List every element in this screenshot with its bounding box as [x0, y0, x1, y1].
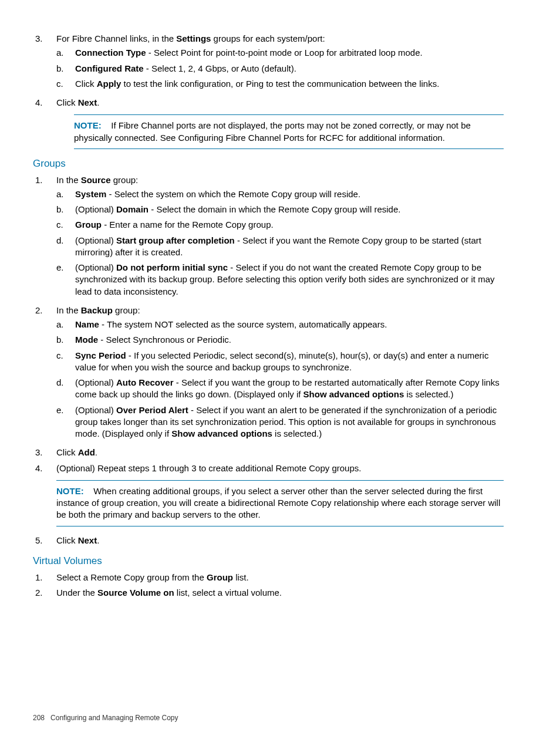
note-box: NOTE: When creating additional groups, i…: [56, 480, 504, 526]
text: .: [97, 535, 99, 545]
text: - If you selected Periodic, select secon…: [75, 350, 488, 372]
text: .: [97, 97, 99, 107]
heading-groups: Groups: [33, 157, 504, 171]
text: Under the: [56, 588, 97, 598]
text: - Select the system on which the Remote …: [106, 189, 360, 199]
text: In the: [56, 305, 81, 315]
text: - The system NOT selected as the source …: [99, 319, 387, 329]
bold: Over Period Alert: [116, 405, 188, 415]
list-marker: 2.: [33, 305, 56, 444]
note-label: NOTE:: [56, 486, 84, 496]
step-3: 3. For Fibre Channel links, in the Setti…: [33, 33, 504, 93]
bold: Next: [78, 97, 97, 107]
list-marker: b.: [56, 63, 75, 75]
sub-list: a.System - Select the system on which th…: [56, 188, 504, 298]
sub-a: a.System - Select the system on which th…: [56, 188, 504, 200]
list-marker: e.: [56, 404, 75, 440]
text: (Optional): [75, 405, 116, 415]
step-text: For Fibre Channel links, in the: [56, 33, 176, 43]
text: - Select Synchronous or Periodic.: [98, 335, 231, 345]
text: Click: [56, 535, 78, 545]
note-label: NOTE:: [74, 120, 102, 130]
top-steps: 3. For Fibre Channel links, in the Setti…: [33, 33, 504, 109]
bold: Start group after completion: [116, 235, 235, 245]
step-text: groups for each system/port:: [211, 33, 325, 43]
bold: Do not perform initial sync: [116, 262, 228, 272]
text: group:: [113, 305, 140, 315]
bold: Source: [81, 175, 111, 185]
text: - Select 1, 2, 4 Gbps, or Auto (default)…: [144, 63, 296, 73]
bold: Next: [78, 535, 97, 545]
text: .: [95, 447, 97, 457]
bold: Add: [78, 447, 95, 457]
vv-steps: 1. Select a Remote Copy group from the G…: [33, 572, 504, 599]
text: group:: [111, 175, 139, 185]
list-marker: 1.: [33, 174, 56, 301]
text: (Optional): [75, 377, 116, 387]
list-marker: a.: [56, 47, 75, 59]
sub-d: d.(Optional) Auto Recover - Select if yo…: [56, 377, 504, 401]
bold: Auto Recover: [116, 377, 174, 387]
list-marker: d.: [56, 377, 75, 401]
sub-e: e.(Optional) Do not perform initial sync…: [56, 262, 504, 298]
text: list.: [233, 572, 249, 582]
list-marker: a.: [56, 319, 75, 330]
bold: Domain: [116, 204, 149, 214]
bold: Group: [75, 220, 102, 229]
sub-a: a.Connection Type - Select Point for poi…: [56, 47, 439, 59]
step-5: 5. Click Next.: [33, 535, 504, 546]
bold: Sync Period: [75, 350, 126, 360]
groups-steps: 1. In the Source group: a.System - Selec…: [33, 174, 504, 474]
bold: Group: [207, 572, 233, 582]
sub-c: c.Click Apply to test the link configura…: [56, 78, 439, 90]
heading-virtual-volumes: Virtual Volumes: [33, 555, 504, 568]
text: - Select the domain in which the Remote …: [149, 204, 400, 214]
note-box: NOTE: If Fibre Channel ports are not dis…: [74, 114, 504, 149]
list-marker: d.: [56, 235, 75, 259]
list-marker: b.: [56, 334, 75, 346]
bold: System: [75, 189, 106, 199]
sub-d: d.(Optional) Start group after completio…: [56, 235, 504, 259]
bold: Connection Type: [75, 48, 146, 58]
list-marker: c.: [56, 219, 75, 231]
list-marker: b.: [56, 204, 75, 215]
text: (Optional): [75, 235, 116, 245]
sub-b: b.Configured Rate - Select 1, 2, 4 Gbps,…: [56, 63, 439, 75]
sub-b: b.Mode - Select Synchronous or Periodic.: [56, 334, 504, 346]
bold: Name: [75, 319, 99, 329]
text: list, select a virtual volume.: [174, 588, 282, 598]
bold: Apply: [97, 79, 122, 89]
step-1: 1. In the Source group: a.System - Selec…: [33, 174, 504, 301]
bold: Configured Rate: [75, 63, 144, 73]
text: is selected.): [404, 389, 453, 399]
groups-steps-cont: 5. Click Next.: [33, 535, 504, 546]
text: Click: [56, 447, 78, 457]
text: (Optional): [75, 262, 116, 272]
sub-c: c.Sync Period - If you selected Periodic…: [56, 350, 504, 374]
step-3: 3. Click Add.: [33, 447, 504, 458]
sub-list: a.Connection Type - Select Point for poi…: [56, 47, 439, 90]
text: is selected.): [272, 428, 322, 438]
sub-b: b.(Optional) Domain - Select the domain …: [56, 204, 504, 215]
text: (Optional): [75, 204, 116, 214]
list-marker: 5.: [33, 535, 56, 546]
step-4: 4. (Optional) Repeat steps 1 through 3 t…: [33, 463, 504, 474]
step-2: 2. Under the Source Volume on list, sele…: [33, 587, 504, 599]
text: to test the link configuration, or Ping …: [121, 79, 439, 89]
sub-list: a.Name - The system NOT selected as the …: [56, 319, 504, 440]
bold: Show advanced options: [303, 389, 404, 399]
sub-e: e.(Optional) Over Period Alert - Select …: [56, 404, 504, 440]
bold: Backup: [81, 305, 113, 315]
note-text: When creating additional groups, if you …: [56, 486, 500, 520]
list-marker: 3.: [33, 447, 56, 458]
bold: Settings: [176, 33, 211, 43]
list-marker: c.: [56, 78, 75, 90]
sub-c: c.Group - Enter a name for the Remote Co…: [56, 219, 504, 231]
text: - Enter a name for the Remote Copy group…: [102, 220, 274, 229]
list-marker: 2.: [33, 587, 56, 599]
text: Click: [75, 79, 97, 89]
step-1: 1. Select a Remote Copy group from the G…: [33, 572, 504, 583]
bold: Show advanced options: [171, 428, 272, 438]
text: - Select Point for point-to-point mode o…: [146, 48, 423, 58]
step-2: 2. In the Backup group: a.Name - The sys…: [33, 305, 504, 444]
